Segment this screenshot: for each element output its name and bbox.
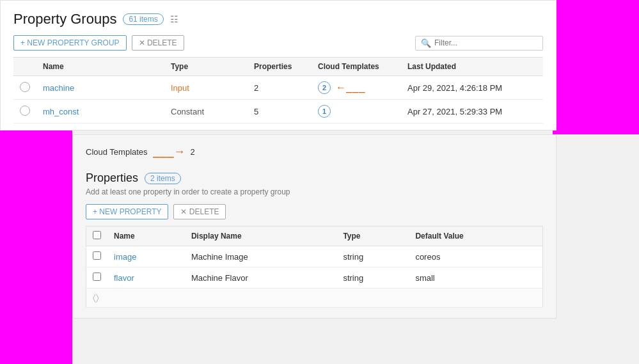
- row-display-name: Machine Image: [185, 246, 337, 267]
- row-properties: 5: [248, 100, 312, 123]
- cloud-templates-label: Cloud Templates: [86, 147, 148, 157]
- arrow-annotation: ←⎯⎯⎯: [336, 82, 365, 93]
- row-display-name: Machine Flavor: [185, 267, 337, 289]
- col-header-name: Name: [107, 226, 185, 246]
- row-name: image: [107, 246, 185, 267]
- properties-table: Name Display Name Type Default Value ima…: [86, 226, 543, 308]
- row-check[interactable]: [86, 267, 108, 289]
- row-default-value: small: [409, 267, 542, 289]
- properties-badge: 2 items: [145, 173, 181, 184]
- right-arrow-icon: ⎯⎯⎯→: [153, 145, 185, 159]
- columns-icon[interactable]: 〈〉: [93, 292, 99, 303]
- table-row: machine Input 2 2 ←⎯⎯⎯ Apr: [13, 76, 543, 100]
- items-badge: 61 items: [123, 13, 163, 25]
- row-type: string: [336, 246, 409, 267]
- properties-subtitle: Add at least one property in order to cr…: [86, 187, 543, 196]
- properties-header: Properties 2 items: [86, 171, 543, 185]
- row-check[interactable]: [86, 246, 108, 267]
- filter-box[interactable]: 🔍: [415, 36, 543, 51]
- cloud-badge[interactable]: 2: [318, 81, 331, 94]
- col-header-properties: Properties: [248, 58, 312, 76]
- properties-toolbar: + NEW PROPERTY ✕ DELETE: [86, 204, 543, 219]
- col-header-check: [13, 58, 36, 76]
- property-groups-header: Property Groups 61 items ☷: [13, 11, 543, 28]
- row-name: mh_const: [36, 100, 164, 123]
- property-groups-panel: Property Groups 61 items ☷ + NEW PROPERT…: [0, 0, 556, 131]
- radio-button[interactable]: [20, 82, 30, 92]
- row-cloud-templates: 1: [312, 100, 401, 123]
- table-row: flavor Machine Flavor string small: [86, 267, 543, 289]
- left-arrow-icon: ←⎯⎯⎯: [336, 82, 365, 93]
- table-row: mh_const Constant 5 1 Apr 27, 2021, 5:29…: [13, 100, 543, 123]
- row-cloud-templates: 2 ←⎯⎯⎯: [312, 76, 401, 100]
- col-header-type: Type: [164, 58, 248, 76]
- row-radio[interactable]: [13, 76, 36, 100]
- row-default-value: coreos: [409, 246, 542, 267]
- toolbar-left: + NEW PROPERTY GROUP ✕ DELETE: [13, 35, 184, 51]
- search-icon: 🔍: [421, 38, 431, 48]
- row-type: string: [336, 267, 409, 289]
- new-property-group-button[interactable]: + NEW PROPERTY GROUP: [13, 35, 127, 51]
- properties-title: Properties: [86, 171, 138, 185]
- col-header-cloud-templates: Cloud Templates: [312, 58, 401, 76]
- row-name: flavor: [107, 267, 185, 289]
- col-header-type: Type: [336, 226, 409, 246]
- footer-cell: 〈〉: [86, 289, 543, 308]
- row-last-updated: Apr 29, 2021, 4:26:18 PM: [401, 76, 543, 100]
- new-property-button[interactable]: + NEW PROPERTY: [86, 204, 168, 219]
- property-groups-table: Name Type Properties Cloud Templates Las…: [13, 57, 543, 123]
- row-checkbox[interactable]: [93, 251, 101, 260]
- type-value: Input: [171, 83, 189, 93]
- col-header-last-updated: Last Updated: [401, 58, 543, 76]
- bottom-panel: Cloud Templates ⎯⎯⎯→ 2 Properties 2 item…: [72, 134, 556, 319]
- row-checkbox[interactable]: [93, 273, 101, 281]
- cloud-badge[interactable]: 1: [318, 105, 331, 118]
- filter-input[interactable]: [434, 38, 537, 47]
- col-header-display-name: Display Name: [185, 226, 337, 246]
- table-footer: 〈〉: [86, 289, 543, 308]
- row-name: machine: [36, 76, 164, 100]
- magenta-right-panel: [553, 0, 639, 134]
- page-title: Property Groups: [13, 11, 116, 28]
- row-last-updated: Apr 27, 2021, 5:29:33 PM: [401, 100, 543, 123]
- delete-button[interactable]: ✕ DELETE: [132, 35, 184, 51]
- cloud-templates-bar: Cloud Templates ⎯⎯⎯→ 2: [86, 145, 543, 159]
- property-groups-toolbar: + NEW PROPERTY GROUP ✕ DELETE 🔍: [13, 35, 543, 51]
- filter-icon[interactable]: ☷: [170, 14, 178, 24]
- select-all-checkbox[interactable]: [93, 231, 101, 239]
- props-delete-button[interactable]: ✕ DELETE: [173, 204, 226, 219]
- machine-link[interactable]: machine: [43, 83, 74, 93]
- row-type: Constant: [164, 100, 248, 123]
- image-link[interactable]: image: [114, 252, 136, 262]
- table-row: image Machine Image string coreos: [86, 246, 543, 267]
- radio-button[interactable]: [20, 106, 30, 116]
- row-type: Input: [164, 76, 248, 100]
- flavor-link[interactable]: flavor: [114, 273, 134, 283]
- col-header-name: Name: [36, 58, 164, 76]
- type-value: Constant: [171, 107, 204, 116]
- col-header-default-value: Default Value: [409, 226, 542, 246]
- row-properties: 2: [248, 76, 312, 100]
- cloud-templates-value: 2: [191, 147, 195, 157]
- mh-const-link[interactable]: mh_const: [43, 107, 79, 116]
- col-header-check: [86, 226, 108, 246]
- row-radio[interactable]: [13, 100, 36, 123]
